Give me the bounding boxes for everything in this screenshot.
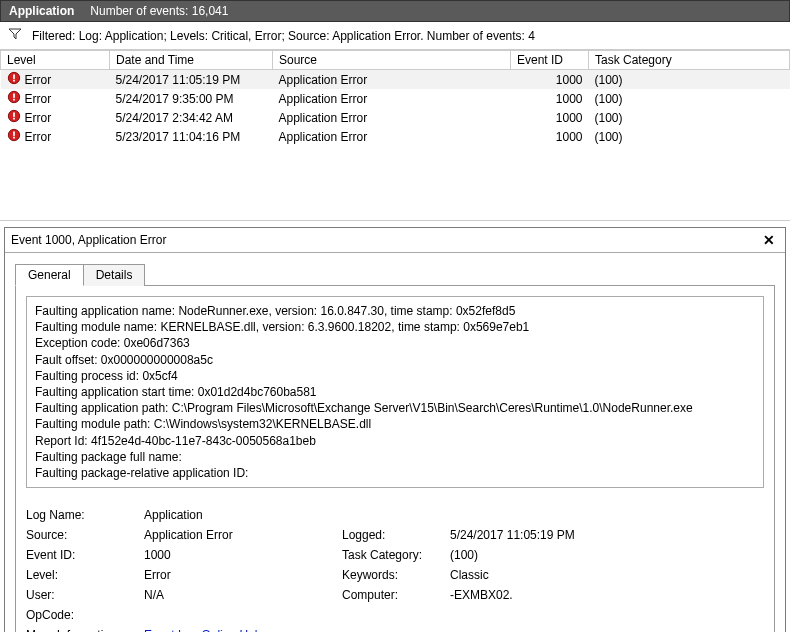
error-icon — [7, 90, 21, 107]
cell-task-category: (100) — [589, 70, 790, 90]
close-icon[interactable]: ✕ — [759, 232, 779, 248]
lbl-task-category: Task Category: — [342, 548, 442, 562]
cell-datetime: 5/23/2017 11:04:16 PM — [110, 127, 273, 146]
cell-level: Error — [25, 73, 52, 87]
filter-icon — [8, 28, 22, 43]
col-header-source[interactable]: Source — [273, 51, 511, 70]
cell-datetime: 5/24/2017 11:05:19 PM — [110, 70, 273, 90]
detail-title: Event 1000, Application Error — [11, 233, 166, 247]
cell-datetime: 5/24/2017 2:34:42 AM — [110, 108, 273, 127]
lbl-more-info: More Information: — [26, 628, 136, 632]
table-row[interactable]: Error5/24/2017 9:35:00 PMApplication Err… — [1, 89, 790, 108]
table-row[interactable]: Error5/23/2017 11:04:16 PMApplication Er… — [1, 127, 790, 146]
lbl-computer: Computer: — [342, 588, 442, 602]
table-row[interactable]: Error5/24/2017 11:05:19 PMApplication Er… — [1, 70, 790, 90]
lbl-opcode: OpCode: — [26, 608, 136, 622]
header-bar: Application Number of events: 16,041 — [0, 0, 790, 22]
cell-event-id: 1000 — [511, 108, 589, 127]
cell-source: Application Error — [273, 127, 511, 146]
lbl-source: Source: — [26, 528, 136, 542]
header-title: Application — [9, 4, 74, 18]
error-icon — [7, 109, 21, 126]
cell-event-id: 1000 — [511, 70, 589, 90]
cell-source: Application Error — [273, 108, 511, 127]
property-grid: Log Name: Application Source: Applicatio… — [26, 508, 764, 632]
cell-task-category: (100) — [589, 127, 790, 146]
event-detail-pane: Event 1000, Application Error ✕ General … — [4, 227, 786, 632]
lbl-user: User: — [26, 588, 136, 602]
lbl-keywords: Keywords: — [342, 568, 442, 582]
cell-source: Application Error — [273, 89, 511, 108]
fault-text: Faulting application name: NodeRunner.ex… — [26, 296, 764, 488]
val-level: Error — [144, 568, 334, 582]
lbl-log-name: Log Name: — [26, 508, 136, 522]
tab-details[interactable]: Details — [83, 264, 146, 286]
header-event-count: Number of events: 16,041 — [90, 4, 228, 18]
filter-text: Filtered: Log: Application; Levels: Crit… — [32, 29, 535, 43]
lbl-event-id: Event ID: — [26, 548, 136, 562]
event-list-pane: Level Date and Time Source Event ID Task… — [0, 50, 790, 221]
table-header-row: Level Date and Time Source Event ID Task… — [1, 51, 790, 70]
svg-rect-11 — [13, 137, 15, 139]
col-header-level[interactable]: Level — [1, 51, 110, 70]
svg-rect-4 — [13, 94, 15, 98]
cell-datetime: 5/24/2017 9:35:00 PM — [110, 89, 273, 108]
val-source: Application Error — [144, 528, 334, 542]
col-header-task[interactable]: Task Category — [589, 51, 790, 70]
col-header-event-id[interactable]: Event ID — [511, 51, 589, 70]
svg-rect-7 — [13, 113, 15, 117]
event-log-online-help-link[interactable]: Event Log Online Help — [144, 628, 264, 632]
table-row[interactable]: Error5/24/2017 2:34:42 AMApplication Err… — [1, 108, 790, 127]
svg-rect-1 — [13, 75, 15, 79]
cell-event-id: 1000 — [511, 89, 589, 108]
tab-general[interactable]: General — [15, 264, 84, 286]
svg-rect-10 — [13, 132, 15, 136]
lbl-logged: Logged: — [342, 528, 442, 542]
filter-bar: Filtered: Log: Application; Levels: Crit… — [0, 22, 790, 50]
svg-rect-2 — [13, 80, 15, 82]
cell-level: Error — [25, 130, 52, 144]
val-keywords: Classic — [450, 568, 764, 582]
svg-rect-5 — [13, 99, 15, 101]
error-icon — [7, 128, 21, 145]
detail-title-bar: Event 1000, Application Error ✕ — [5, 228, 785, 253]
detail-tabs: General Details — [5, 253, 785, 285]
cell-source: Application Error — [273, 70, 511, 90]
val-opcode — [144, 608, 334, 622]
cell-task-category: (100) — [589, 108, 790, 127]
val-event-id: 1000 — [144, 548, 334, 562]
cell-level: Error — [25, 111, 52, 125]
val-task-category: (100) — [450, 548, 764, 562]
val-user: N/A — [144, 588, 334, 602]
val-log-name: Application — [144, 508, 334, 522]
cell-level: Error — [25, 92, 52, 106]
error-icon — [7, 71, 21, 88]
tab-content-general: Faulting application name: NodeRunner.ex… — [15, 285, 775, 632]
svg-rect-8 — [13, 118, 15, 120]
cell-event-id: 1000 — [511, 127, 589, 146]
cell-task-category: (100) — [589, 89, 790, 108]
val-logged: 5/24/2017 11:05:19 PM — [450, 528, 764, 542]
event-table: Level Date and Time Source Event ID Task… — [0, 50, 790, 146]
lbl-level: Level: — [26, 568, 136, 582]
val-computer: -EXMBX02. — [450, 588, 764, 602]
col-header-datetime[interactable]: Date and Time — [110, 51, 273, 70]
